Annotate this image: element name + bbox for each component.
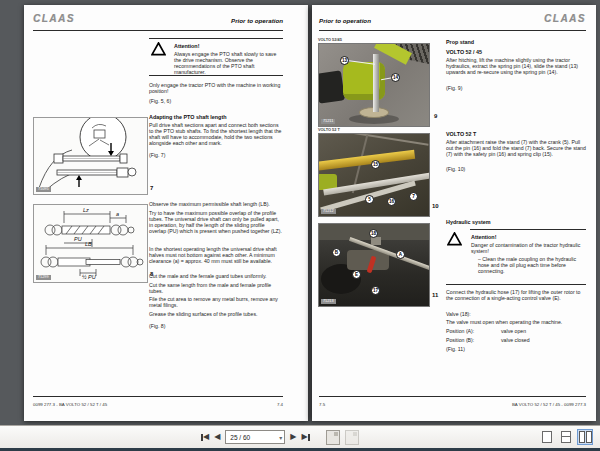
callout-A: A [396,250,405,259]
header-rule [33,30,283,31]
figure-9-number: 9 [434,113,437,119]
position-a-value: valve open [501,328,526,334]
photo-code-chip: 71213 [321,299,336,304]
attention-list-item: – Clean the male coupling on the hydraul… [478,256,582,274]
position-b-value: valve closed [501,337,530,343]
photo-code-chip: 71212 [321,209,336,214]
figure-reference: (Fig. 11) [446,346,465,352]
claas-logo: CLAAS [33,13,75,24]
last-page-button[interactable]: ▶ [301,429,309,445]
dim-label-lb: LB [85,241,92,247]
viewer-toolbar: ◀ ◀ 25 / 60 ▾ ▶ ▶ [0,425,600,448]
previous-page-button[interactable]: ◀ [214,429,220,445]
paragraph: Cut the same length from the male and fe… [149,282,283,294]
paragraph: Grease the sliding surfaces of the profi… [149,311,283,317]
photo-variant-code: VOLTO 52/45 [318,37,342,42]
dim-label-lz: Lz [83,207,89,213]
figure-8-drawing: Lz a PU LB ½ PU 71299 [33,204,148,283]
position-b-label: Position (B): [446,337,474,343]
photo-variant-code: VOLTO 52 T [318,127,340,132]
attention-rule-top [149,38,283,39]
footer-rule [33,396,283,397]
paragraph: Cut the male and the female guard tubes … [149,273,283,279]
dim-label-half-pu: ½ PU [82,274,96,280]
callout-16: 16 [387,197,396,206]
footer-rule [319,396,586,397]
attention-triangle-icon [151,42,166,56]
variant-subheading: VOLTO 52 T [446,131,476,137]
footer-doc-id: BA VOLTO 52 / 52 T / 45 - 0099 277.3 [512,402,586,407]
next-page-button[interactable]: ▶ [290,429,296,445]
photo-prop-stand: 13 14 71211 [318,43,430,127]
callout-E: E [352,270,361,279]
header-rule [319,30,586,31]
figure-reference: (Fig. 9) [446,85,462,91]
attention-rule-bottom [149,75,283,76]
callout-7: 7 [409,192,418,201]
callout-15: 15 [371,160,380,169]
paragraph: Valve (18): [446,311,586,317]
paragraph: After hitching, lift the machine slightl… [446,57,586,75]
page-header-title: Prior to operation [319,17,371,24]
shaft-length-dimension-illustration: Lz a PU LB ½ PU [34,205,145,280]
attention-body: Always engage the PTO shaft slowly to sa… [174,51,283,75]
previous-view-icon[interactable] [326,430,340,445]
figure-code-chip: 71299 [36,275,51,280]
paragraph: The valve must open when operating the m… [446,319,586,325]
page-number-value: 25 / 60 [226,434,279,441]
single-page-view-button[interactable] [539,429,555,445]
document-area: CLAAS Prior to operation [0,0,600,425]
attention-body: Danger of contamination of the tractor h… [471,242,583,254]
prev-arrow-icon: ◀ [214,429,220,445]
callout-5: 5 [365,195,374,204]
photo-code-chip: 71211 [321,119,335,124]
pto-shaft-marking-illustration [34,118,145,192]
continuous-view-button[interactable] [558,429,574,445]
attention-title: Attention! [174,43,199,49]
continuous-pages-icon [561,431,571,443]
figure-reference: (Fig. 8) [149,323,165,329]
callout-18: 18 [369,229,378,238]
page-navigation: ◀ ◀ 25 / 60 ▾ ▶ ▶ [201,429,359,445]
figure-code-chip: 71095 [36,187,51,192]
attention-rule-bottom [446,284,586,285]
paragraph: File the cut area to remove any metal bu… [149,296,283,308]
manual-page-right: Prior to operation CLAAS VOLTO 52/45 13 … [312,5,596,421]
coupling-fitting [371,237,381,245]
callout-B: B [332,248,341,257]
footer-page-number: 7.5 [319,402,325,407]
facing-pages-view-button[interactable] [577,429,593,445]
manual-page-left: CLAAS Prior to operation [24,5,308,421]
pto-shaft-tube-yellow [318,150,415,171]
page-number-input[interactable]: 25 / 60 ▾ [225,430,285,444]
figure-reference: (Fig. 10) [446,166,465,172]
skip-bar-icon [308,434,310,441]
claas-logo: CLAAS [544,13,586,24]
cable-shape [329,133,428,146]
section-heading: Prop stand [446,39,474,45]
dim-label-a: a [116,211,119,217]
paragraph: Observe the maximum permissible shaft le… [149,201,283,207]
next-arrow-icon: ▶ [290,429,296,445]
position-a-label: Position (A): [446,328,474,334]
figure-7-drawing: 71095 [33,117,148,195]
callout-13: 13 [340,56,349,65]
attention-title: Attention! [471,234,496,240]
callout-17: 17 [371,286,380,295]
prev-arrow-icon: ◀ [203,429,209,445]
figure-reference: (Fig. 7) [149,152,165,158]
first-page-button[interactable]: ◀ [201,429,209,445]
figure-7-number: 7 [150,185,153,191]
section-heading: Hydraulic system [446,219,491,225]
next-view-icon[interactable] [345,430,359,445]
facing-pages-icon [579,431,592,443]
chevron-down-icon[interactable]: ▾ [279,434,284,441]
footer-doc-id: 0099 277.3 - BA VOLTO 52 / 52 T / 45 [33,402,107,407]
clamp-shape [318,70,345,103]
dim-label-pu: PU [74,236,82,242]
paragraph: In the shortest operating length the uni… [149,246,283,264]
section-heading: Adapting the PTO shaft length [149,114,226,120]
single-page-icon [542,431,552,443]
photo-hydraulic-system: 18 B A E 17 71213 [318,223,430,307]
attention-rule-top [470,229,586,230]
